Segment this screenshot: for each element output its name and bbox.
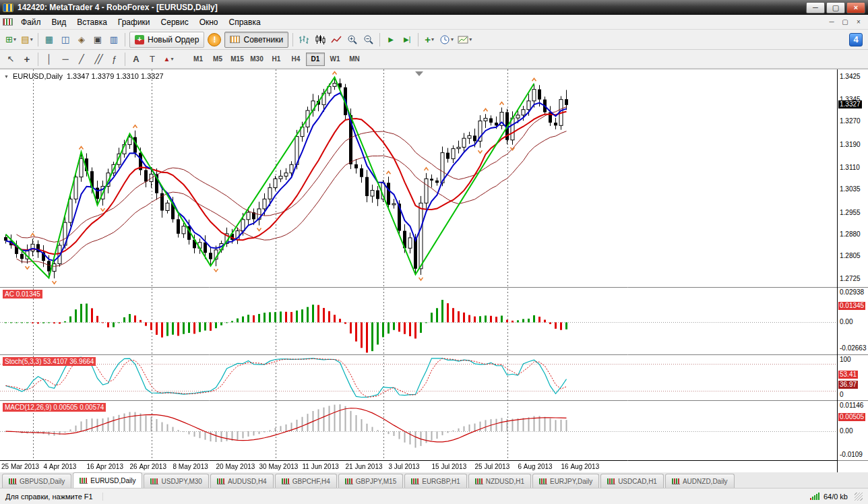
menu-item-service[interactable]: Сервис [156,15,194,29]
chart-tab-eurgbp-h1[interactable]: EURGBP,H1 [404,474,467,488]
menu-item-file[interactable]: Файл [16,15,46,29]
timeframe-button-mn[interactable]: MN [345,53,364,66]
timeframe-button-m5[interactable]: M5 [208,53,227,66]
navigator-button[interactable]: ◈ [73,32,90,48]
chart-tab-usdjpy-m30[interactable]: USDJPY,M30 [144,474,208,488]
tab-label: AUDUSD,H4 [228,478,267,485]
indicators-button[interactable]: +▾ [421,32,437,48]
chart-tab-gbpusd-daily[interactable]: GBPUSD,Daily [2,474,71,488]
ac-current-box: 0.01345 [838,302,865,310]
market-watch-button[interactable]: ▦ [41,32,57,48]
timeframe-button-m15[interactable]: M15 [228,53,247,66]
mdi-minimize-button[interactable]: ─ [825,17,838,28]
close-button[interactable]: × [846,2,865,13]
autotrading-warning-button[interactable]: ! [208,33,221,46]
price-scale[interactable]: 1.34251.33451.32701.31901.31101.30351.29… [837,69,868,472]
panel-separator [838,460,868,461]
price-scale-label: 1.2880 [840,231,861,238]
toolbar-separator [125,33,125,46]
fibonacci-button[interactable]: ƒ [106,51,122,67]
chart-tab-eurusd-daily[interactable]: EURUSD,Daily [73,472,142,488]
chart-tab-eurjpy-daily[interactable]: EURJPY,Daily [532,474,599,488]
menu-item-charts[interactable]: Графики [113,15,156,29]
chart-tab-audusd-h4[interactable]: AUDUSD,H4 [210,474,274,488]
chevron-down-icon: ▾ [469,36,472,42]
zoom-in-button[interactable] [344,32,361,48]
menu-items: ФайлВидВставкаГрафикиСервисОкноСправка [16,15,266,29]
panel-separator [838,287,868,288]
timeframe-button-d1[interactable]: D1 [306,53,325,66]
toolbar-standard: ⊞▾ ▤▾ ▦ ◫ ◈ ▣ ▥ + Новый Ордер ! Советник… [0,30,868,50]
strategy-tester-button[interactable]: ▥ [106,32,122,48]
menu-item-help[interactable]: Справка [224,15,266,29]
tab-chart-icon [607,478,615,484]
resize-grip[interactable] [855,493,863,501]
mdi-close-button[interactable]: × [852,17,865,28]
panel-separator [838,354,868,355]
chevron-down-icon: ▾ [170,56,173,62]
crosshair-icon: + [24,54,30,64]
timeframe-button-w1[interactable]: W1 [326,53,344,66]
chevron-down-icon: ▾ [30,36,33,42]
templates-button[interactable]: ▾ [456,32,474,48]
tab-chart-icon [411,478,419,484]
timeframe-button-m1[interactable]: M1 [189,53,208,66]
profiles-button[interactable]: ▤▾ [19,32,35,48]
text-button[interactable]: A [128,51,144,67]
new-chart-button[interactable]: ⊞▾ [3,32,19,48]
candlestick-chart-icon [315,34,326,45]
vertical-line-button[interactable]: │ [41,51,57,67]
tab-label: EURGBP,H1 [422,478,460,485]
horizontal-line-icon: ─ [62,55,68,63]
data-window-button[interactable]: ◫ [57,32,73,48]
tab-chart-icon [672,478,680,484]
tab-chart-icon [345,478,353,484]
menu-item-window[interactable]: Окно [194,15,224,29]
stoch-signal-box: 36.97 [838,381,858,389]
channel-button[interactable]: ╱╱ [90,51,106,67]
zoom-in-icon [347,34,358,45]
timeframe-button-h4[interactable]: H4 [286,53,305,66]
periods-button[interactable]: ▾ [437,32,456,48]
menu-item-view[interactable]: Вид [46,15,72,29]
timeframe-button-m30[interactable]: M30 [247,53,266,66]
new-order-button[interactable]: + Новый Ордер [129,32,204,48]
mql-community-button[interactable]: 4 [849,33,863,46]
one-click-trading-icon[interactable]: ▼ [4,74,9,79]
toolbar-separator [38,33,38,46]
crosshair-button[interactable]: + [19,51,35,67]
arrows-button[interactable]: ▲▾ [160,51,177,67]
cursor-button[interactable]: ↖ [3,51,19,67]
restore-button[interactable]: ▢ [826,2,845,13]
terminal-button[interactable]: ▣ [90,32,106,48]
minimize-button[interactable]: ─ [806,2,825,13]
line-chart-button[interactable] [328,32,344,48]
chart-canvas[interactable] [0,69,837,472]
chart-tab-nzdusd-h1[interactable]: NZDUSD,H1 [468,474,531,488]
mdi-restore-button[interactable]: ▢ [838,17,852,28]
chart-tab-gbpjpy-m15[interactable]: GBPJPY,M15 [338,474,403,488]
trendline-button[interactable]: ╱ [73,51,90,67]
tab-chart-icon [282,478,290,484]
chart-tab-gbpchf-h4[interactable]: GBPCHF,H4 [275,474,337,488]
status-traffic-label: 64/0 kb [824,493,848,501]
bar-chart-button[interactable] [296,32,312,48]
horizontal-line-button[interactable]: ─ [57,51,73,67]
chart-shift-button[interactable]: ▶| [399,32,415,48]
menu-item-insert[interactable]: Вставка [71,15,113,29]
timeframe-button-h1[interactable]: H1 [267,53,286,66]
close-icon: × [854,3,858,11]
terminal-icon: ▣ [94,35,102,44]
window-title: 142420: MetaTrader 4 - RoboForex - [EURU… [18,3,805,12]
text-label-button[interactable]: T [144,51,160,67]
expert-advisors-button[interactable]: Советники [224,32,288,48]
chart-tab-audnzd-daily[interactable]: AUDNZD,Daily [665,474,735,488]
zoom-out-button[interactable] [361,32,377,48]
price-scale-label: 1.3425 [840,73,861,80]
candlestick-chart-button[interactable] [312,32,328,48]
new-chart-icon: ⊞ [5,35,13,44]
chart-tab-usdcad-h1[interactable]: USDCAD,H1 [600,474,664,488]
connection-bars-icon [810,493,819,500]
price-scale-label: 1.3270 [840,118,861,125]
auto-scroll-button[interactable]: ▶ [383,32,399,48]
